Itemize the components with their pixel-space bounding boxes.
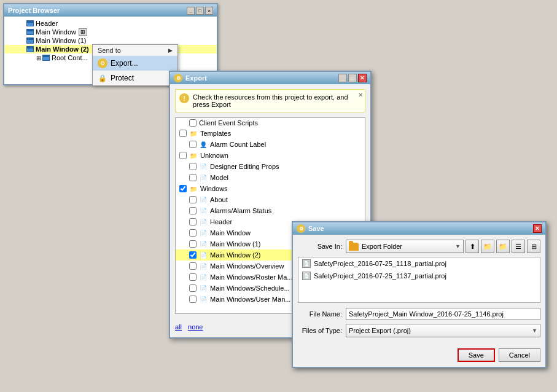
- doc-icon-schedule: 📄: [199, 284, 208, 292]
- close-btn[interactable]: ×: [205, 7, 213, 15]
- all-button[interactable]: all: [175, 323, 182, 331]
- export-maximize-btn[interactable]: □: [348, 74, 357, 82]
- tree-item-main-window-1[interactable]: Main Window (1): [4, 36, 217, 45]
- expand-badge: ⊞: [79, 28, 87, 36]
- protect-menu-item[interactable]: 🔒 Protect: [93, 71, 177, 85]
- checkbox-roster[interactable]: [189, 273, 197, 281]
- save-in-dropdown-arrow: ▼: [455, 243, 461, 249]
- checkbox-overview[interactable]: [189, 262, 197, 270]
- info-close-btn[interactable]: ✕: [358, 92, 363, 98]
- item-label-windows: Windows: [200, 185, 228, 192]
- save-in-value: Export Folder: [362, 243, 402, 250]
- save-button[interactable]: Save: [458, 348, 495, 362]
- item-label-overview: Main Windows/Overview: [210, 262, 284, 270]
- list-item[interactable]: 📄 Alarms/Alarm Status: [176, 205, 365, 216]
- minimize-btn[interactable]: _: [187, 7, 195, 15]
- item-label-model: Model: [210, 174, 228, 181]
- checkbox-model[interactable]: [189, 174, 197, 181]
- checkbox-about[interactable]: [189, 196, 197, 203]
- tree-label-header: Header: [36, 20, 58, 27]
- list-item[interactable]: Client Event Scripts: [176, 118, 365, 128]
- doc-icon-overview: 📄: [199, 262, 208, 270]
- export-dialog-titlebar: ⚙ Export _ □ ✕: [170, 72, 370, 84]
- save-close-btn[interactable]: ✕: [533, 224, 542, 233]
- checkbox-designer[interactable]: [189, 163, 197, 170]
- checkbox-client-event-scripts[interactable]: [189, 119, 197, 127]
- save-in-dropdown[interactable]: Export Folder ▼: [346, 240, 464, 253]
- doc-icon-main-window-2: 📄: [199, 251, 208, 259]
- list-item[interactable]: 📄 Designer Editing Props: [176, 161, 365, 172]
- cancel-button[interactable]: Cancel: [499, 348, 540, 362]
- folder-nav-btn-2[interactable]: 📁: [481, 240, 494, 253]
- item-label-header: Header: [210, 218, 232, 225]
- files-of-type-row: Files of Type: Project Export (.proj) ▼: [298, 324, 540, 337]
- checkbox-header[interactable]: [189, 218, 197, 225]
- item-label-alarm-count-label: Alarm Count Label: [210, 141, 266, 148]
- list-item[interactable]: 📁 Windows: [176, 183, 365, 194]
- file-icon-2: 📄: [302, 272, 311, 280]
- checkbox-main-window[interactable]: [189, 229, 197, 237]
- item-label-designer: Designer Editing Props: [210, 163, 279, 170]
- export-close-btn[interactable]: ✕: [358, 74, 367, 82]
- files-of-type-dropdown[interactable]: Project Export (.proj) ▼: [346, 324, 540, 337]
- file-list-item[interactable]: 📄 SafetyProject_2016-07-25_1137_partial.…: [298, 270, 540, 282]
- checkbox-alarm-count-label[interactable]: [189, 141, 197, 148]
- window-icon: [26, 20, 34, 26]
- file-list-item[interactable]: 📄 SafetyProject_2016-07-25_1118_partial.…: [298, 257, 540, 270]
- checkbox-main-window-1[interactable]: [189, 240, 197, 248]
- save-dialog-icon: ⚙: [297, 224, 305, 233]
- save-file-list: 📄 SafetyProject_2016-07-25_1118_partial.…: [298, 257, 540, 303]
- files-of-type-arrow: ▼: [532, 327, 537, 334]
- doc-icon-alarms: 📄: [199, 206, 208, 215]
- checkbox-alarms[interactable]: [189, 207, 197, 214]
- export-menu-item[interactable]: ⚙ Export...: [93, 56, 177, 71]
- list-item[interactable]: 👤 Alarm Count Label: [176, 139, 365, 150]
- save-dialog-titlebar: ⚙ Save ✕: [293, 222, 545, 235]
- file-name-label: File Name:: [298, 310, 342, 318]
- export-label: Export...: [111, 59, 138, 68]
- file-name-row: File Name:: [298, 308, 540, 320]
- item-label-roster: Main Windows/Roster Ma...: [210, 273, 292, 281]
- list-item[interactable]: 📁 Unknown: [176, 150, 365, 161]
- none-button[interactable]: none: [188, 323, 203, 331]
- tree-label-root-cont: Root Cont...: [52, 54, 88, 61]
- window-icon-5: [42, 55, 50, 61]
- list-item[interactable]: 📄 Model: [176, 172, 365, 183]
- item-label-client-event-scripts: Client Event Scripts: [199, 119, 258, 127]
- checkbox-userman[interactable]: [189, 296, 197, 303]
- export-minimize-btn[interactable]: _: [338, 74, 347, 82]
- tree-label-main-window: Main Window: [36, 28, 76, 36]
- save-title-left: ⚙ Save: [297, 224, 324, 233]
- tree-item-main-window[interactable]: Main Window ⊞: [4, 28, 217, 36]
- item-label-userman: Main Windows/User Man...: [210, 296, 290, 303]
- checkbox-schedule[interactable]: [189, 284, 197, 292]
- send-to-menu-item[interactable]: Send to ▶: [93, 45, 177, 56]
- folder-nav-btn-3[interactable]: 📁: [496, 240, 510, 253]
- item-label-about: About: [210, 196, 228, 203]
- view-list-btn[interactable]: ☰: [512, 240, 525, 253]
- window-icon-4: [26, 46, 34, 52]
- restore-btn[interactable]: □: [196, 7, 204, 15]
- export-info-banner: ! Check the resources from this project …: [175, 89, 365, 112]
- tree-item-header[interactable]: Header: [4, 19, 217, 28]
- folder-icon-unknown: 📁: [189, 151, 198, 160]
- checkbox-windows[interactable]: [179, 185, 187, 192]
- view-grid-btn[interactable]: ⊞: [527, 240, 540, 253]
- checkbox-unknown[interactable]: [179, 152, 187, 159]
- item-label-main-window-1: Main Window (1): [210, 240, 261, 248]
- project-browser-title: Project Browser: [8, 7, 60, 14]
- info-icon: !: [179, 93, 189, 103]
- save-dialog-body: Save In: Export Folder ▼ ⬆ 📁 📁 ☰ ⊞ 📄: [293, 235, 545, 346]
- doc-icon-model: 📄: [199, 173, 208, 182]
- item-label-main-window-2: Main Window (2): [210, 251, 261, 259]
- doc-icon-userman: 📄: [199, 295, 208, 304]
- folder-icon-save-in: [349, 243, 359, 251]
- list-item[interactable]: 📁 Templates: [176, 128, 365, 139]
- item-label-templates: Templates: [200, 130, 231, 137]
- titlebar-buttons: _ □ ×: [187, 7, 213, 15]
- folder-nav-btn-1[interactable]: ⬆: [465, 240, 479, 253]
- checkbox-templates[interactable]: [179, 130, 187, 137]
- checkbox-main-window-2[interactable]: [189, 251, 197, 259]
- file-name-input[interactable]: [346, 308, 540, 320]
- list-item[interactable]: 📄 About: [176, 194, 365, 205]
